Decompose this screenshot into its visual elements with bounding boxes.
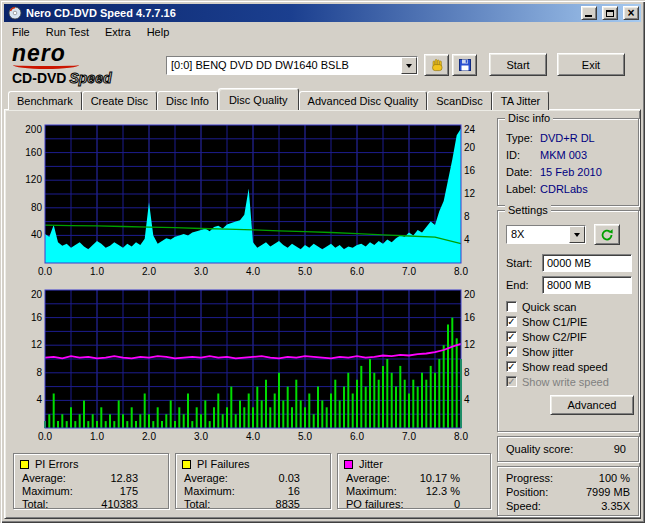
disc-info-label: Date: bbox=[506, 166, 540, 178]
stat-value: 410383 bbox=[101, 498, 138, 510]
chevron-down-icon bbox=[574, 233, 580, 240]
disc-info-rows: Type:DVD+R DLID:MKM 003Date:15 Feb 2010L… bbox=[498, 119, 638, 197]
stats-title: PI Errors bbox=[35, 458, 78, 470]
pi-errors-chart: 408012016020048121620240.01.02.03.04.05.… bbox=[11, 121, 491, 283]
stats-header: PI Errors bbox=[14, 454, 168, 471]
quality-score-panel: Quality score: 90 bbox=[497, 436, 639, 462]
checkbox-box[interactable] bbox=[506, 301, 517, 312]
stats-title: PI Failures bbox=[197, 458, 250, 470]
disc-info-label: Type: bbox=[506, 132, 540, 144]
checkbox-show-read-speed[interactable]: ✓Show read speed bbox=[506, 359, 636, 374]
settings-checkbox-list: Quick scan✓Show C1/PIE✓Show C2/PIF✓Show … bbox=[506, 299, 636, 389]
disc-info-row: Type:DVD+R DL bbox=[498, 129, 638, 146]
advanced-button[interactable]: Advanced bbox=[550, 395, 634, 415]
svg-text:5.0: 5.0 bbox=[298, 266, 312, 277]
close-button[interactable]: × bbox=[623, 6, 639, 20]
end-position-field[interactable]: 8000 MB bbox=[542, 276, 632, 294]
checkbox-label: Show write speed bbox=[522, 376, 609, 388]
refresh-icon bbox=[599, 227, 615, 243]
tab-advanced-disc-quality[interactable]: Advanced Disc Quality bbox=[299, 91, 428, 110]
svg-text:4: 4 bbox=[464, 394, 470, 405]
stat-label: PO failures: bbox=[346, 498, 454, 510]
exit-button[interactable]: Exit bbox=[557, 53, 625, 76]
svg-text:6.0: 6.0 bbox=[350, 266, 364, 277]
settings-panel: Settings 8X Start: 0000 MB End: 8000 MB … bbox=[497, 210, 639, 432]
menu-file[interactable]: File bbox=[4, 24, 38, 40]
tab-disc-info[interactable]: Disc Info bbox=[157, 91, 218, 110]
svg-text:20: 20 bbox=[31, 289, 43, 300]
stat-row: Average:12.83 bbox=[14, 471, 168, 484]
menu-help[interactable]: Help bbox=[139, 24, 178, 40]
stat-label: Maximum: bbox=[184, 485, 288, 497]
save-results-button[interactable] bbox=[452, 54, 477, 76]
chevron-down-icon bbox=[406, 64, 412, 71]
maximize-button[interactable] bbox=[602, 6, 618, 20]
svg-text:2.0: 2.0 bbox=[142, 431, 156, 442]
checkbox-label: Show jitter bbox=[522, 346, 573, 358]
disc-info-value: 15 Feb 2010 bbox=[540, 166, 602, 178]
stat-label: Average: bbox=[22, 472, 110, 484]
checkbox-box[interactable]: ✓ bbox=[506, 331, 517, 342]
stats-header: PI Failures bbox=[176, 454, 330, 471]
minimize-icon bbox=[585, 15, 592, 17]
checkbox-label: Show C2/PIF bbox=[522, 331, 587, 343]
eject-hand-button[interactable] bbox=[424, 54, 449, 76]
stat-label: Maximum: bbox=[22, 485, 120, 497]
titlebar: Nero CD-DVD Speed 4.7.7.16 × bbox=[4, 4, 641, 22]
menubar: FileRun TestExtraHelp bbox=[4, 22, 641, 41]
checkbox-box[interactable]: ✓ bbox=[506, 346, 517, 357]
svg-text:12: 12 bbox=[464, 339, 476, 350]
svg-text:20: 20 bbox=[464, 289, 476, 300]
stat-label: Average: bbox=[346, 472, 420, 484]
window-controls: × bbox=[579, 6, 639, 21]
tab-create-disc[interactable]: Create Disc bbox=[82, 91, 157, 110]
svg-text:2.0: 2.0 bbox=[142, 266, 156, 277]
drive-select-dropdown-button[interactable] bbox=[401, 57, 417, 74]
disc-info-label: Label: bbox=[506, 183, 540, 195]
logo-swoosh bbox=[13, 61, 79, 69]
svg-text:3.0: 3.0 bbox=[194, 431, 208, 442]
stats-title: Jitter bbox=[359, 458, 383, 470]
checkbox-show-jitter[interactable]: ✓Show jitter bbox=[506, 344, 636, 359]
settings-title: Settings bbox=[505, 204, 551, 216]
scan-speed-value: 8X bbox=[507, 226, 569, 243]
logo-product-left: CD-DVD bbox=[12, 70, 66, 86]
tab-benchmark[interactable]: Benchmark bbox=[8, 91, 82, 110]
checkbox-show-c2-pif[interactable]: ✓Show C2/PIF bbox=[506, 329, 636, 344]
svg-text:160: 160 bbox=[25, 147, 42, 158]
svg-text:5.0: 5.0 bbox=[298, 431, 312, 442]
svg-text:16: 16 bbox=[464, 165, 476, 176]
progress-row: Progress:100 % bbox=[506, 471, 630, 485]
svg-text:8: 8 bbox=[464, 211, 470, 222]
start-position-field[interactable]: 0000 MB bbox=[542, 254, 632, 272]
stat-label: Average: bbox=[184, 472, 279, 484]
svg-text:4: 4 bbox=[464, 234, 470, 245]
checkbox-quick-scan[interactable]: Quick scan bbox=[506, 299, 636, 314]
quality-score-value: 90 bbox=[614, 443, 626, 455]
tab-scandisc[interactable]: ScanDisc bbox=[427, 91, 491, 110]
menu-extra[interactable]: Extra bbox=[97, 24, 139, 40]
svg-text:4: 4 bbox=[36, 394, 42, 405]
stat-row: PO failures:0 bbox=[338, 497, 490, 510]
drive-select-value: [0:0] BENQ DVD DD DW1640 BSLB bbox=[167, 57, 401, 74]
pi-failures-chart-container: 48121620481216200.01.02.03.04.05.06.07.0… bbox=[11, 286, 491, 448]
menu-run-test[interactable]: Run Test bbox=[38, 24, 97, 40]
checkbox-show-c1-pie[interactable]: ✓Show C1/PIE bbox=[506, 314, 636, 329]
scan-speed-select[interactable]: 8X bbox=[506, 225, 586, 244]
svg-text:200: 200 bbox=[25, 124, 42, 135]
window-title: Nero CD-DVD Speed 4.7.7.16 bbox=[26, 7, 579, 19]
svg-text:40: 40 bbox=[31, 229, 43, 240]
tab-ta-jitter[interactable]: TA Jitter bbox=[492, 91, 550, 110]
minimize-button[interactable] bbox=[581, 6, 597, 20]
scan-speed-dropdown-button[interactable] bbox=[569, 226, 585, 243]
drive-select[interactable]: [0:0] BENQ DVD DD DW1640 BSLB bbox=[166, 56, 418, 75]
stat-row: Average:10.17 % bbox=[338, 471, 490, 484]
stat-value: 8835 bbox=[276, 498, 300, 510]
close-icon: × bbox=[627, 8, 634, 18]
refresh-button[interactable] bbox=[594, 224, 620, 245]
svg-text:12: 12 bbox=[464, 188, 476, 199]
tab-disc-quality[interactable]: Disc Quality bbox=[218, 88, 299, 110]
checkbox-box[interactable]: ✓ bbox=[506, 316, 517, 327]
checkbox-box[interactable]: ✓ bbox=[506, 361, 517, 372]
start-button[interactable]: Start bbox=[489, 53, 547, 76]
